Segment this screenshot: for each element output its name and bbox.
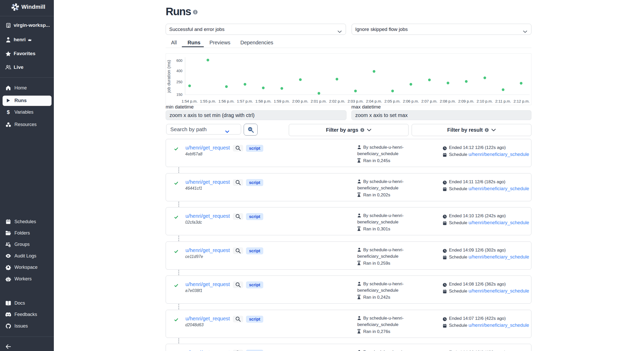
svg-text:1:59 p.m.: 1:59 p.m.	[274, 99, 290, 103]
svg-text:1:58 p.m.: 1:58 p.m.	[255, 99, 272, 103]
svg-text:1:55 p.m.: 1:55 p.m.	[200, 99, 216, 103]
svg-text:2:02 p.m.: 2:02 p.m.	[329, 99, 345, 103]
svg-text:600: 600	[176, 58, 183, 63]
svg-text:2:09 p.m.: 2:09 p.m.	[458, 99, 474, 103]
svg-text:2:11 p.m.: 2:11 p.m.	[495, 99, 511, 103]
svg-text:2:03 p.m.: 2:03 p.m.	[348, 99, 364, 103]
svg-text:2:06 p.m.: 2:06 p.m.	[403, 99, 419, 103]
svg-text:1:56 p.m.: 1:56 p.m.	[218, 99, 235, 103]
svg-text:250: 250	[176, 80, 183, 84]
svg-text:1:57 p.m.: 1:57 p.m.	[237, 99, 253, 103]
svg-text:2:08 p.m.: 2:08 p.m.	[440, 99, 456, 103]
svg-text:job duration (ms): job duration (ms)	[166, 60, 171, 93]
svg-text:$: $	[7, 109, 10, 115]
svg-text:150: 150	[176, 93, 183, 97]
svg-text:1:54 p.m.: 1:54 p.m.	[182, 99, 198, 103]
svg-text:2:12 p.m.: 2:12 p.m.	[514, 99, 530, 103]
svg-text:2:10 p.m.: 2:10 p.m.	[477, 99, 493, 103]
svg-text:2:05 p.m.: 2:05 p.m.	[384, 99, 401, 103]
svg-text:2:07 p.m.: 2:07 p.m.	[421, 99, 438, 103]
svg-text:400: 400	[176, 69, 183, 73]
svg-text:2:04 p.m.: 2:04 p.m.	[366, 99, 382, 103]
svg-text:2:00 p.m.: 2:00 p.m.	[292, 99, 308, 103]
svg-text:2:01 p.m.: 2:01 p.m.	[311, 99, 327, 103]
